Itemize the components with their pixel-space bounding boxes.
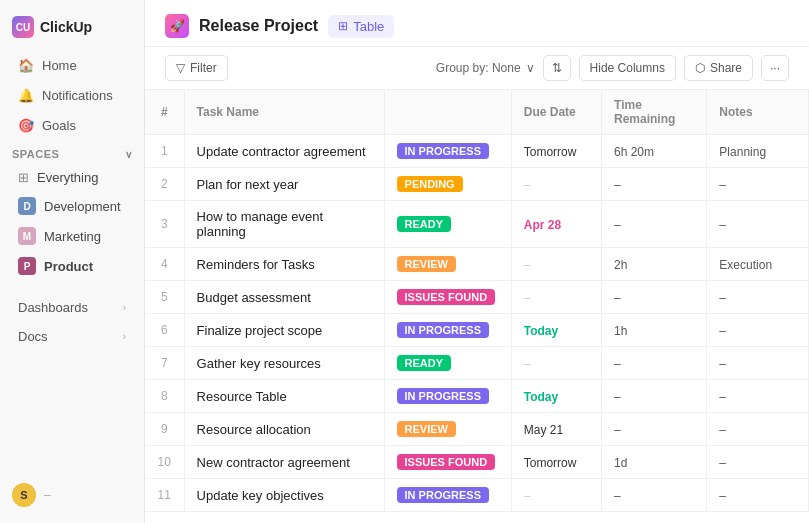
clickup-logo-icon: CU bbox=[12, 16, 34, 38]
row-num: 11 bbox=[145, 479, 184, 512]
notes-value: – bbox=[719, 423, 726, 437]
time-remaining-value: 2h bbox=[614, 258, 627, 272]
col-time-remaining: Time Remaining bbox=[602, 90, 707, 135]
due-date-cell: Tomorrow bbox=[511, 135, 601, 168]
notes-value: – bbox=[719, 178, 726, 192]
sidebar-item-everything[interactable]: ⊞ Everything bbox=[6, 165, 138, 190]
sidebar-item-development[interactable]: D Development bbox=[6, 192, 138, 220]
time-remaining-value: – bbox=[614, 423, 621, 437]
time-remaining-cell: – bbox=[602, 380, 707, 413]
due-date-cell: May 21 bbox=[511, 413, 601, 446]
share-button[interactable]: ⬡ Share bbox=[684, 55, 753, 81]
task-name-cell[interactable]: Finalize project scope bbox=[184, 314, 384, 347]
notes-cell: – bbox=[707, 201, 809, 248]
task-name-cell[interactable]: Reminders for Tasks bbox=[184, 248, 384, 281]
docs-label: Docs bbox=[18, 329, 48, 344]
task-name-cell[interactable]: New contractor agreement bbox=[184, 446, 384, 479]
logo-area[interactable]: CU ClickUp bbox=[0, 8, 144, 50]
spaces-chevron-icon[interactable]: ∨ bbox=[125, 149, 133, 160]
group-by-selector[interactable]: Group by: None ∨ bbox=[436, 61, 535, 75]
sidebar-item-dashboards[interactable]: Dashboards › bbox=[6, 294, 138, 321]
table-view-tab[interactable]: ⊞ Table bbox=[328, 15, 394, 38]
row-num: 8 bbox=[145, 380, 184, 413]
col-task-name: Task Name bbox=[184, 90, 384, 135]
due-date-cell: – bbox=[511, 168, 601, 201]
time-remaining-cell: – bbox=[602, 281, 707, 314]
task-name-cell[interactable]: How to manage event planning bbox=[184, 201, 384, 248]
status-cell: IN PROGRESS bbox=[384, 135, 511, 168]
sidebar-item-product[interactable]: P Product bbox=[6, 252, 138, 280]
notes-value: – bbox=[719, 456, 726, 470]
row-num: 1 bbox=[145, 135, 184, 168]
time-remaining-value: – bbox=[614, 357, 621, 371]
group-by-label: Group by: None bbox=[436, 61, 521, 75]
filter-icon: ▽ bbox=[176, 61, 185, 75]
notes-cell: – bbox=[707, 347, 809, 380]
table-row: 4 Reminders for Tasks REVIEW – 2h Execut… bbox=[145, 248, 809, 281]
row-num: 5 bbox=[145, 281, 184, 314]
notifications-icon: 🔔 bbox=[18, 87, 34, 103]
notes-value: – bbox=[719, 357, 726, 371]
more-options-button[interactable]: ··· bbox=[761, 55, 789, 81]
task-name-cell[interactable]: Budget assessment bbox=[184, 281, 384, 314]
task-name-cell[interactable]: Resource Table bbox=[184, 380, 384, 413]
app-name: ClickUp bbox=[40, 19, 92, 35]
status-badge: REVIEW bbox=[397, 256, 456, 272]
notes-cell: Execution bbox=[707, 248, 809, 281]
hide-columns-button[interactable]: Hide Columns bbox=[579, 55, 676, 81]
marketing-badge: M bbox=[18, 227, 36, 245]
notes-value: Execution bbox=[719, 258, 772, 272]
status-cell: ISSUES FOUND bbox=[384, 281, 511, 314]
page-header: 🚀 Release Project ⊞ Table bbox=[145, 0, 809, 47]
main-content: 🚀 Release Project ⊞ Table ▽ Filter Group… bbox=[145, 0, 809, 523]
sidebar-item-marketing[interactable]: M Marketing bbox=[6, 222, 138, 250]
table-row: 10 New contractor agreement ISSUES FOUND… bbox=[145, 446, 809, 479]
task-name-cell[interactable]: Gather key resources bbox=[184, 347, 384, 380]
time-remaining-cell: 1d bbox=[602, 446, 707, 479]
status-cell: REVIEW bbox=[384, 413, 511, 446]
notes-value: Planning bbox=[719, 145, 766, 159]
time-remaining-value: – bbox=[614, 291, 621, 305]
sidebar-item-notifications[interactable]: 🔔 Notifications bbox=[6, 81, 138, 109]
sidebar-item-docs[interactable]: Docs › bbox=[6, 323, 138, 350]
table-row: 5 Budget assessment ISSUES FOUND – – – bbox=[145, 281, 809, 314]
status-badge: IN PROGRESS bbox=[397, 143, 489, 159]
time-remaining-cell: – bbox=[602, 413, 707, 446]
status-cell: IN PROGRESS bbox=[384, 380, 511, 413]
notes-value: – bbox=[719, 324, 726, 338]
development-label: Development bbox=[44, 199, 121, 214]
task-name-cell[interactable]: Resource allocation bbox=[184, 413, 384, 446]
task-name-cell[interactable]: Update contractor agreement bbox=[184, 135, 384, 168]
task-name-cell[interactable]: Plan for next year bbox=[184, 168, 384, 201]
time-remaining-value: – bbox=[614, 489, 621, 503]
notes-cell: – bbox=[707, 479, 809, 512]
row-num: 2 bbox=[145, 168, 184, 201]
product-label: Product bbox=[44, 259, 93, 274]
due-date-cell: – bbox=[511, 281, 601, 314]
due-date-value: May 21 bbox=[524, 423, 563, 437]
user-area[interactable]: S – bbox=[0, 475, 144, 515]
home-icon: 🏠 bbox=[18, 57, 34, 73]
home-label: Home bbox=[42, 58, 77, 73]
toolbar: ▽ Filter Group by: None ∨ ⇅ Hide Columns… bbox=[145, 47, 809, 90]
filter-button[interactable]: ▽ Filter bbox=[165, 55, 228, 81]
notes-value: – bbox=[719, 489, 726, 503]
time-remaining-cell: 6h 20m bbox=[602, 135, 707, 168]
due-date-value: – bbox=[524, 178, 531, 192]
due-date-cell: – bbox=[511, 479, 601, 512]
notes-value: – bbox=[719, 390, 726, 404]
status-cell: IN PROGRESS bbox=[384, 479, 511, 512]
sort-button[interactable]: ⇅ bbox=[543, 55, 571, 81]
table-row: 8 Resource Table IN PROGRESS Today – – bbox=[145, 380, 809, 413]
status-badge: READY bbox=[397, 216, 452, 232]
due-date-value: – bbox=[524, 258, 531, 272]
time-remaining-cell: – bbox=[602, 168, 707, 201]
time-remaining-cell: 1h bbox=[602, 314, 707, 347]
due-date-value: Tomorrow bbox=[524, 456, 577, 470]
filter-label: Filter bbox=[190, 61, 217, 75]
sidebar-item-home[interactable]: 🏠 Home bbox=[6, 51, 138, 79]
sidebar-item-goals[interactable]: 🎯 Goals bbox=[6, 111, 138, 139]
task-name-cell[interactable]: Update key objectives bbox=[184, 479, 384, 512]
status-cell: ISSUES FOUND bbox=[384, 446, 511, 479]
task-table: # Task Name Due Date Time Remaining Note… bbox=[145, 90, 809, 512]
